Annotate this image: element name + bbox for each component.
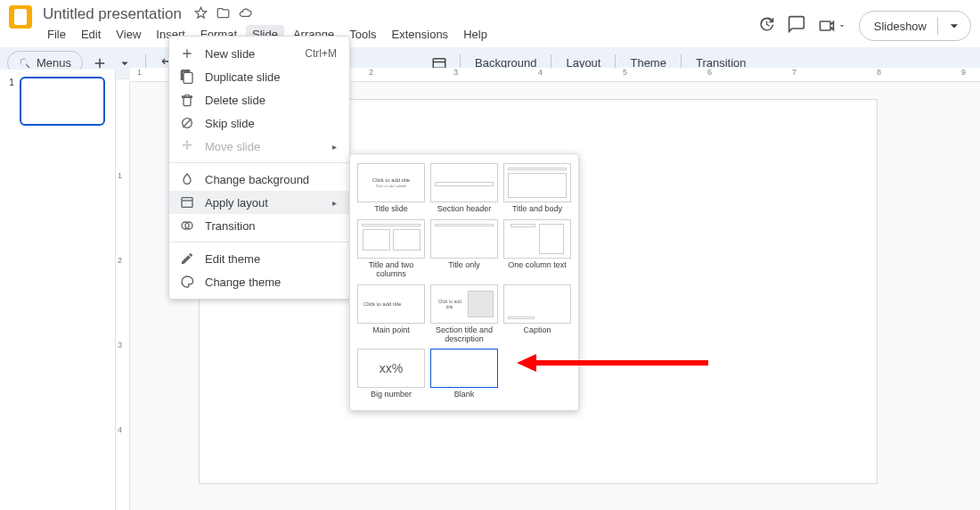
layout-two-columns[interactable]: Title and two columns	[357, 219, 425, 279]
menu-duplicate-slide[interactable]: Duplicate slide	[169, 65, 349, 88]
slideshow-button[interactable]: Slideshow	[859, 11, 971, 41]
thumb-number: 1	[5, 77, 14, 126]
menu-label: Edit theme	[205, 252, 260, 266]
layout-blank[interactable]: Blank	[430, 349, 498, 399]
slideshow-label: Slideshow	[874, 20, 927, 33]
hide-icon	[180, 116, 194, 130]
layout-title-body[interactable]: Title and body	[503, 163, 571, 214]
doc-title[interactable]: Untitled presentation	[41, 5, 184, 22]
svg-line-3	[183, 119, 191, 127]
layout-title-slide[interactable]: Click to add titleClick to add subtitle …	[357, 163, 425, 214]
move-folder-icon[interactable]	[216, 6, 230, 23]
slide-thumbnails-panel: 1	[0, 70, 116, 510]
svg-rect-4	[182, 198, 192, 208]
layout-one-column[interactable]: One column text	[503, 219, 571, 279]
slide-menu: New slide Ctrl+M Duplicate slide Delete …	[168, 36, 350, 300]
shortcut-label: Ctrl+M	[305, 47, 337, 60]
ruler-vertical: 1 2 3 4 5	[116, 82, 130, 510]
layout-title-only[interactable]: Title only	[430, 219, 498, 279]
layout-section-title-desc[interactable]: Click to add title Section title and des…	[430, 284, 498, 344]
star-icon[interactable]	[194, 6, 208, 23]
search-icon	[19, 57, 31, 70]
menu-extensions[interactable]: Extensions	[386, 25, 455, 44]
comments-icon[interactable]	[788, 15, 805, 37]
menu-label: Delete slide	[205, 94, 265, 107]
menu-label: Move slide	[205, 140, 260, 153]
annotation-arrow	[517, 357, 708, 369]
layout-big-number[interactable]: xx% Big number	[357, 349, 425, 399]
menubar: File Edit View Insert Format Slide Arran…	[41, 25, 757, 44]
menu-transition[interactable]: Transition	[169, 214, 349, 237]
menu-delete-slide[interactable]: Delete slide	[169, 88, 349, 111]
chevron-right-icon: ▸	[332, 198, 337, 208]
slide-thumbnail[interactable]	[20, 77, 105, 126]
layout-caption[interactable]: Caption	[503, 284, 571, 344]
menu-view[interactable]: View	[110, 25, 147, 44]
layout-main-point[interactable]: Click to add title Main point	[357, 284, 425, 344]
menu-file[interactable]: File	[41, 25, 72, 44]
pencil-icon	[180, 251, 194, 266]
menu-edit[interactable]: Edit	[75, 25, 107, 44]
menu-move-slide: Move slide ▸	[169, 135, 349, 158]
menu-change-background[interactable]: Change background	[169, 168, 349, 191]
palette-icon	[180, 275, 194, 289]
slideshow-dropdown[interactable]	[937, 17, 970, 35]
menu-label: Transition	[205, 219, 256, 233]
trash-icon	[180, 93, 194, 107]
app-header: Untitled presentation File Edit View Ins…	[0, 0, 980, 44]
move-icon	[180, 139, 194, 153]
layout-section-header[interactable]: Section header	[430, 163, 498, 214]
menu-edit-theme[interactable]: Edit theme	[169, 247, 349, 270]
menu-label: Duplicate slide	[205, 70, 281, 84]
duplicate-icon	[180, 70, 194, 84]
layout-icon	[180, 195, 194, 210]
history-icon[interactable]	[757, 15, 775, 37]
menu-label: Skip slide	[205, 117, 255, 130]
layout-flyout: Click to add titleClick to add subtitle …	[349, 153, 579, 411]
menu-change-theme[interactable]: Change theme	[169, 270, 349, 293]
menu-label: New slide	[205, 47, 255, 61]
menu-label: Change theme	[205, 276, 281, 289]
menu-apply-layout[interactable]: Apply layout ▸	[169, 191, 349, 214]
cloud-status-icon[interactable]	[239, 6, 252, 23]
slides-logo[interactable]	[9, 5, 32, 29]
chevron-right-icon: ▸	[332, 142, 337, 152]
plus-icon	[180, 46, 194, 61]
menu-skip-slide[interactable]: Skip slide	[169, 111, 349, 135]
menu-label: Apply layout	[205, 196, 268, 210]
droplet-icon	[180, 172, 194, 186]
transition-icon	[180, 218, 194, 233]
menus-label: Menus	[37, 56, 71, 70]
svg-rect-0	[433, 59, 445, 69]
caret-down-icon	[837, 21, 846, 30]
meet-button[interactable]	[818, 17, 846, 35]
menu-help[interactable]: Help	[457, 25, 494, 44]
menu-label: Change background	[205, 173, 309, 186]
menu-new-slide[interactable]: New slide Ctrl+M	[169, 42, 349, 65]
